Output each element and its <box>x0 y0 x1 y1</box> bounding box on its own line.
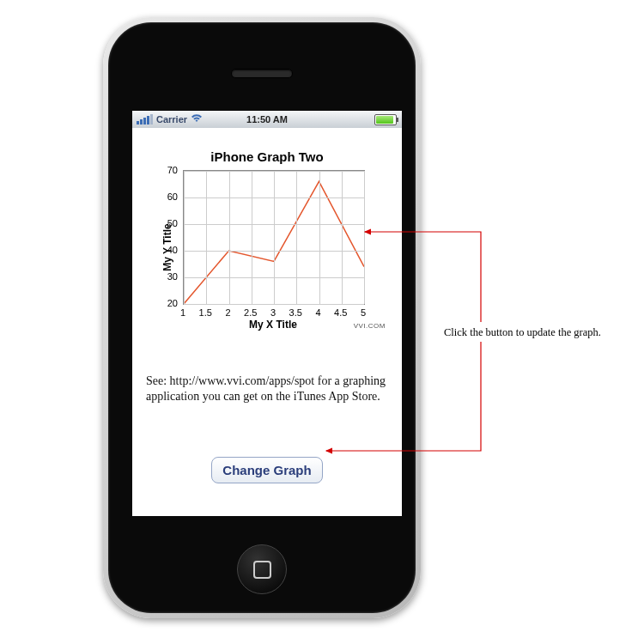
status-bar: Carrier 11:50 AM <box>132 111 402 129</box>
x-tick-label: 5 <box>354 307 373 318</box>
y-tick-label: 60 <box>162 191 178 202</box>
x-axis-label: My X Title <box>183 319 363 331</box>
y-tick-label: 40 <box>162 245 178 255</box>
gridline <box>229 171 230 304</box>
x-tick-label: 2.5 <box>241 307 260 318</box>
change-graph-button[interactable]: Change Graph <box>211 457 322 483</box>
gridline <box>296 171 297 304</box>
app-content: iPhone Graph Two My Y Title My X Title V… <box>132 128 402 516</box>
description-text: See: http://www.vvi.com/apps/spot for a … <box>146 374 388 404</box>
annotation-text: Click the button to update the graph. <box>444 326 601 339</box>
x-tick-label: 3 <box>264 307 283 318</box>
earpiece-speaker <box>231 69 293 78</box>
brand-watermark: VVI.COM <box>354 322 386 330</box>
gridline <box>364 171 365 304</box>
gridline <box>184 304 364 305</box>
iphone-device-frame: Carrier 11:50 AM iPhone Graph Two My Y T… <box>103 17 421 618</box>
gridline <box>342 171 343 304</box>
chart-title: iPhone Graph Two <box>132 149 402 164</box>
gridline <box>206 171 207 304</box>
iphone-bezel: Carrier 11:50 AM iPhone Graph Two My Y T… <box>108 22 416 613</box>
carrier-label: Carrier <box>156 114 187 125</box>
y-tick-label: 50 <box>162 218 178 228</box>
gridline <box>252 171 252 304</box>
wifi-icon <box>191 113 203 125</box>
battery-icon <box>374 114 397 125</box>
gridline <box>184 171 185 304</box>
plot-area <box>183 170 365 305</box>
home-button[interactable] <box>237 544 287 594</box>
gridline <box>319 171 320 304</box>
x-tick-label: 2 <box>219 307 238 318</box>
x-tick-label: 4 <box>309 307 328 318</box>
clock-label: 11:50 AM <box>246 114 288 125</box>
x-tick-label: 3.5 <box>286 307 305 318</box>
gridline <box>274 171 275 304</box>
y-tick-label: 70 <box>162 165 178 175</box>
x-tick-label: 1.5 <box>196 307 215 318</box>
x-tick-label: 1 <box>173 307 192 318</box>
x-tick-label: 4.5 <box>331 307 350 318</box>
device-screen: Carrier 11:50 AM iPhone Graph Two My Y T… <box>132 111 402 516</box>
home-square-icon <box>253 561 271 579</box>
y-tick-label: 30 <box>162 271 178 282</box>
chart: My Y Title My X Title VVI.COM 2030405060… <box>147 166 387 329</box>
signal-strength-icon <box>137 114 153 125</box>
